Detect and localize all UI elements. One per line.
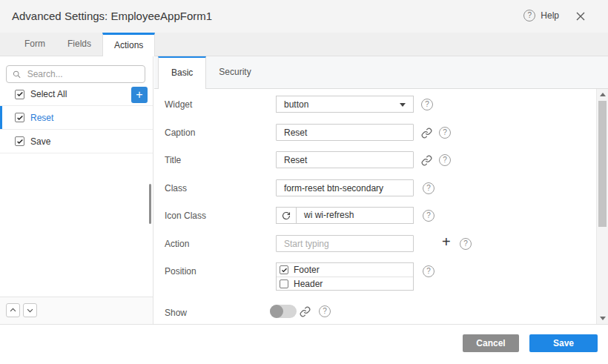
search-input[interactable]	[26, 68, 139, 80]
field-row-icon-class: Icon Class wi wi-refresh ?	[154, 207, 596, 225]
icon-class-value[interactable]: wi wi-refresh	[297, 208, 354, 223]
widget-select[interactable]: button	[276, 96, 414, 113]
save-item-label: Save	[30, 136, 50, 147]
splitter-handle[interactable]	[149, 184, 151, 224]
class-input[interactable]	[276, 179, 414, 196]
selected-indicator	[0, 106, 2, 129]
field-row-title: Title ?	[154, 151, 596, 169]
vertical-scrollbar	[596, 89, 608, 324]
action-label: Action	[165, 239, 189, 249]
footer-checkbox[interactable]	[280, 265, 288, 274]
tab-basic[interactable]: Basic	[158, 56, 206, 89]
tab-form[interactable]: Form	[13, 33, 56, 56]
title-bind-link-icon[interactable]	[421, 155, 432, 166]
show-bind-link-icon[interactable]	[300, 306, 311, 317]
field-row-class: Class ?	[154, 179, 596, 197]
dialog-title: Advanced Settings: EmployeeAppForm1	[12, 10, 212, 22]
chevron-down-icon	[26, 306, 34, 314]
checkmark-icon	[16, 90, 24, 98]
widget-help-icon[interactable]: ?	[421, 99, 433, 110]
tab-fields[interactable]: Fields	[56, 33, 102, 56]
help-button[interactable]: ? Help	[523, 10, 559, 21]
field-row-widget: Widget button ?	[154, 96, 596, 113]
field-row-action: Action + ?	[154, 235, 596, 253]
position-options-list: Footer Header	[276, 262, 414, 291]
icon-class-input-group: wi wi-refresh	[276, 207, 414, 224]
move-up-button[interactable]	[6, 303, 20, 317]
reset-item-label: Reset	[30, 113, 53, 123]
search-icon	[13, 70, 22, 79]
save-checkbox[interactable]	[15, 136, 24, 146]
refresh-icon	[282, 211, 291, 220]
header-checkbox[interactable]	[280, 279, 288, 288]
toggle-knob	[270, 305, 283, 318]
tab-security[interactable]: Security	[206, 56, 263, 88]
sidebar-item-save[interactable]: Save	[0, 130, 153, 153]
widget-select-value: button	[284, 99, 308, 110]
dialog-footer: Cancel Save	[0, 324, 608, 364]
caption-label: Caption	[165, 128, 195, 138]
settings-panel: Basic Security Widget button ? Caption	[154, 56, 608, 324]
save-button[interactable]: Save	[529, 334, 598, 352]
position-help-icon[interactable]: ?	[423, 265, 434, 277]
position-option-header[interactable]: Header	[277, 277, 413, 290]
reset-checkbox[interactable]	[15, 113, 24, 122]
field-row-position: Position Footer Header ?	[154, 262, 596, 291]
icon-class-label: Icon Class	[165, 211, 206, 221]
cancel-button[interactable]: Cancel	[463, 334, 519, 352]
panel-tab-bar: Basic Security	[154, 56, 608, 89]
header-option-label: Header	[294, 279, 323, 289]
caption-bind-link-icon[interactable]	[421, 128, 432, 139]
class-label: Class	[165, 183, 187, 193]
widget-label: Widget	[165, 99, 192, 110]
select-all-row[interactable]: Select All +	[0, 83, 153, 106]
class-help-icon[interactable]: ?	[423, 182, 434, 194]
scroll-down-arrow-icon[interactable]	[597, 313, 608, 323]
scroll-up-arrow-icon[interactable]	[597, 90, 608, 100]
add-action-button[interactable]: +	[131, 87, 148, 103]
help-label: Help	[541, 10, 559, 21]
show-help-icon[interactable]: ?	[319, 305, 331, 317]
position-option-footer[interactable]: Footer	[277, 263, 413, 277]
scrollbar-thumb[interactable]	[598, 101, 607, 227]
dialog-header: Advanced Settings: EmployeeAppForm1 ? He…	[0, 0, 608, 33]
chevron-up-icon	[9, 306, 17, 314]
field-row-caption: Caption ?	[154, 124, 596, 142]
sidebar-item-reset[interactable]: Reset	[0, 106, 153, 130]
caption-input[interactable]	[276, 124, 414, 141]
select-all-label: Select All	[30, 89, 67, 99]
show-label: Show	[165, 308, 187, 318]
caption-help-icon[interactable]: ?	[439, 127, 451, 139]
basic-settings-form: Widget button ? Caption ? Title	[154, 89, 608, 324]
position-label: Position	[165, 266, 196, 277]
field-row-show: Show ?	[154, 304, 596, 322]
move-down-button[interactable]	[23, 303, 37, 317]
help-icon: ?	[523, 10, 535, 21]
checkmark-icon	[281, 267, 288, 274]
title-input[interactable]	[276, 151, 414, 168]
add-action-icon[interactable]: +	[442, 234, 451, 251]
title-label: Title	[165, 155, 181, 165]
icon-class-help-icon[interactable]: ?	[423, 210, 434, 222]
search-box	[6, 65, 145, 83]
tab-actions[interactable]: Actions	[102, 33, 155, 56]
select-all-checkbox[interactable]	[15, 90, 24, 99]
close-icon[interactable]	[575, 11, 586, 21]
footer-option-label: Footer	[294, 265, 320, 275]
sidebar-footer	[0, 297, 153, 324]
checkmark-icon	[16, 114, 24, 122]
advanced-settings-dialog: Advanced Settings: EmployeeAppForm1 ? He…	[0, 0, 608, 364]
main-tab-bar: Form Fields Actions	[0, 33, 608, 56]
title-help-icon[interactable]: ?	[439, 154, 451, 166]
actions-sidebar: Select All + Reset Save	[0, 56, 153, 324]
checkmark-icon	[16, 138, 24, 145]
show-toggle[interactable]	[270, 305, 297, 318]
icon-preview-button[interactable]	[277, 208, 297, 223]
action-help-icon[interactable]: ?	[460, 238, 472, 250]
action-input[interactable]	[276, 235, 414, 252]
dropdown-arrow-icon	[400, 103, 406, 107]
